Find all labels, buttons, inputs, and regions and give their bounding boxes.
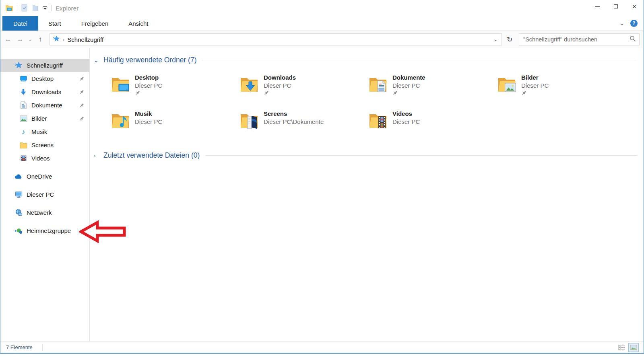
onedrive-cloud-icon [14, 174, 23, 179]
folder-tile-screens[interactable]: Screens Dieser PC\Dokumente [239, 110, 368, 140]
tile-location: Dieser PC [392, 118, 420, 125]
search-box [519, 33, 640, 45]
homegroup-icon [14, 227, 23, 234]
document-icon [19, 101, 28, 109]
address-dropdown-icon[interactable]: ⌄ [489, 34, 502, 45]
quick-access-star-icon [14, 62, 23, 69]
section-rule [202, 60, 638, 60]
ribbon-right-controls: ⌄ ? [619, 16, 644, 31]
pin-icon [79, 116, 85, 121]
back-button[interactable]: ← [3, 35, 13, 43]
maximize-button[interactable] [607, 0, 625, 13]
sidebar-item-desktop[interactable]: Desktop [0, 72, 89, 85]
title-bar: Explorer ✕ [0, 0, 644, 16]
tab-ansicht[interactable]: Ansicht [118, 16, 158, 31]
tile-location: Dieser PC [264, 82, 291, 89]
caption-buttons: ✕ [588, 0, 644, 13]
sidebar-item-schnellzugriff[interactable]: Schnellzugriff [0, 59, 89, 72]
properties-icon[interactable] [21, 4, 28, 12]
picture-icon [19, 115, 28, 122]
music-folder-icon [111, 111, 130, 130]
tab-freigeben[interactable]: Freigeben [71, 16, 119, 31]
sidebar-item-netzwerk[interactable]: Netzwerk [0, 206, 89, 219]
sidebar-item-label: Bilder [31, 115, 47, 122]
sidebar-item-heimnetzgruppe[interactable]: Heimnetzgruppe [0, 224, 89, 237]
sidebar-item-label: Downloads [31, 88, 61, 95]
folder-tile-desktop[interactable]: Desktop Dieser PC [111, 74, 239, 104]
tile-location: Dieser PC [135, 82, 162, 89]
forward-button[interactable]: → [15, 35, 25, 43]
chevron-right-icon[interactable]: › [94, 152, 103, 159]
view-toggles [616, 343, 639, 352]
item-count: 7 Elemente [6, 344, 33, 350]
breadcrumb-root[interactable]: Schnellzugriff [67, 36, 103, 43]
folder-icon [19, 142, 28, 148]
customize-toolbar-dropdown-icon[interactable] [43, 6, 47, 10]
sidebar-item-onedrive[interactable]: OneDrive [0, 170, 89, 183]
folder-tile-musik[interactable]: Musik Dieser PC [111, 110, 239, 140]
sidebar-item-label: Screens [31, 142, 54, 148]
folder-tile-videos[interactable]: Videos Dieser PC [368, 110, 497, 140]
sidebar-item-label: Schnellzugriff [27, 62, 63, 69]
help-icon[interactable]: ? [630, 20, 638, 27]
tile-name: Desktop [135, 74, 159, 81]
search-input[interactable] [522, 36, 630, 43]
tile-name: Musik [135, 110, 152, 117]
up-button[interactable]: ↑ [35, 35, 45, 43]
music-note-icon: ♪ [19, 128, 28, 136]
tile-location: Dieser PC [392, 82, 420, 89]
sidebar-item-label: Dokumente [31, 102, 62, 109]
sidebar-item-label: Desktop [31, 75, 54, 82]
section-header-frequent-folders[interactable]: ⌄ Häufig verwendete Ordner (7) [94, 56, 637, 64]
folder-tile-bilder[interactable]: Bilder Dieser PC [497, 74, 626, 104]
sidebar-item-label: Videos [31, 155, 50, 162]
computer-icon [14, 191, 23, 198]
pin-icon [79, 76, 85, 82]
maximize-icon [614, 4, 618, 8]
status-bar: 7 Elemente [0, 341, 644, 353]
desktop-icon [19, 75, 28, 82]
quick-access-star-icon [53, 35, 60, 43]
items-view: ⌄ Häufig verwendete Ordner (7) Desktop D… [90, 48, 644, 341]
sidebar-item-label: Netzwerk [27, 209, 52, 216]
desktop-folder-icon [111, 75, 130, 94]
tile-name: Downloads [264, 74, 296, 81]
tile-location: Dieser PC [135, 118, 162, 125]
ribbon-tab-strip: Datei Start Freigeben Ansicht ⌄ ? [0, 16, 644, 31]
sidebar-item-dieser-pc[interactable]: Dieser PC [0, 188, 89, 201]
history-dropdown-icon[interactable]: ⌄ [27, 37, 33, 42]
sidebar-item-musik[interactable]: ♪ Musik [0, 125, 89, 138]
sidebar-item-downloads[interactable]: Downloads [0, 85, 89, 99]
folder-tile-dokumente[interactable]: Dokumente Dieser PC [368, 74, 497, 104]
pin-icon [392, 90, 398, 96]
search-icon[interactable] [630, 35, 636, 43]
section-header-recent-files[interactable]: › Zuletzt verwendete Dateien (0) [94, 151, 637, 160]
refresh-icon[interactable]: ↻ [504, 33, 516, 45]
tile-name: Screens [264, 110, 287, 117]
breadcrumb: › Schnellzugriff [53, 35, 103, 43]
address-bar[interactable]: › Schnellzugriff ⌄ [50, 33, 502, 45]
sidebar-item-videos[interactable]: Videos [0, 152, 89, 165]
tile-location: Dieser PC\Dokumente [264, 118, 324, 125]
sidebar-item-label: OneDrive [27, 173, 52, 180]
explorer-folder-icon [5, 4, 13, 12]
details-view-button[interactable] [616, 343, 627, 352]
close-button[interactable]: ✕ [625, 0, 644, 13]
ribbon-collapse-icon[interactable]: ⌄ [619, 20, 624, 27]
sidebar-item-bilder[interactable]: Bilder [0, 112, 89, 125]
pin-icon [79, 89, 85, 95]
tab-start[interactable]: Start [38, 16, 71, 31]
red-arrow-annotation [79, 220, 127, 245]
navigation-pane: Schnellzugriff Desktop Downloads [0, 48, 90, 341]
tile-name: Dokumente [392, 74, 425, 81]
chevron-down-icon[interactable]: ⌄ [94, 57, 103, 64]
tab-datei[interactable]: Datei [2, 16, 38, 31]
sidebar-item-dokumente[interactable]: Dokumente [0, 99, 89, 112]
pin-icon [521, 90, 527, 96]
new-folder-icon[interactable] [32, 4, 39, 12]
thumbnail-view-button[interactable] [628, 343, 639, 352]
folder-tile-downloads[interactable]: Downloads Dieser PC [239, 74, 368, 104]
minimize-button[interactable] [588, 0, 607, 13]
sidebar-item-screens[interactable]: Screens [0, 138, 89, 152]
minimize-icon [595, 6, 600, 7]
